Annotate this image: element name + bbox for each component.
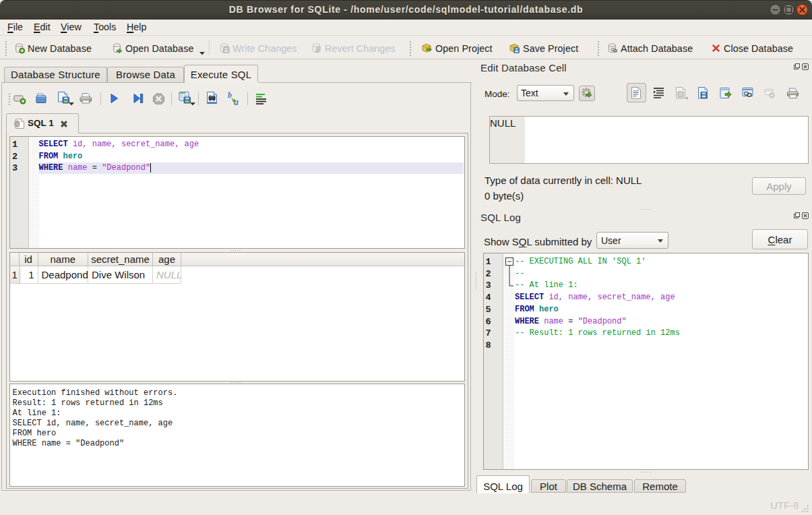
svg-text:b: b [228, 91, 232, 100]
